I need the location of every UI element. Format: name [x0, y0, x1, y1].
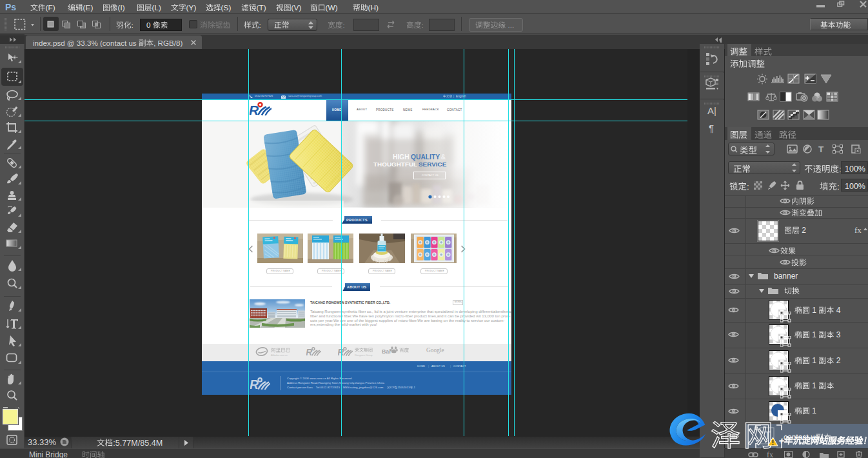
- svg-text:Contact person:Sara Tel:051: Contact person:Sara Tel:0512-82737615 MS…: [287, 386, 386, 389]
- svg-text:0: 0: [146, 21, 153, 30]
- svg-text:TAICANG RONGWEN SYNTHETIC FIBE: TAICANG RONGWEN SYNTHETIC FIBER CO.,LTD.: [310, 301, 391, 305]
- svg-text::: :: [747, 182, 749, 192]
- svg-text:100%: 100%: [845, 164, 865, 173]
- svg-text:PRODUCT NAME: PRODUCT NAME: [425, 270, 444, 272]
- svg-text:Ps: Ps: [5, 2, 16, 12]
- svg-text:-1: -1: [413, 386, 415, 389]
- svg-text:1: 1: [810, 330, 818, 339]
- svg-text:PRODUCT NAME: PRODUCT NAME: [271, 270, 290, 272]
- svg-text:Rongwen Group: Rongwen Group: [355, 353, 373, 356]
- svg-text:(E): (E): [83, 3, 94, 12]
- svg-text:sara.xu@rongwengroup.com: sara.xu@rongwengroup.com: [288, 94, 322, 97]
- svg-text:ABOUT: ABOUT: [357, 108, 368, 112]
- svg-text:1: 1: [810, 306, 818, 315]
- svg-text:(L): (L): [152, 3, 161, 12]
- svg-text:HOME: HOME: [332, 108, 341, 112]
- svg-text:R: R: [306, 347, 312, 356]
- svg-text:CONTACT US: CONTACT US: [422, 174, 439, 176]
- svg-text:(S): (S): [221, 3, 232, 12]
- svg-text:1: 1: [810, 356, 818, 365]
- svg-text:PRODUCT NAME: PRODUCT NAME: [322, 270, 341, 272]
- svg-text:33.33%: 33.33%: [28, 437, 57, 447]
- svg-text:(H): (H): [368, 3, 379, 12]
- svg-text:PRODUCTS: PRODUCTS: [376, 108, 393, 112]
- svg-text:(F): (F): [46, 3, 55, 12]
- svg-text:|: |: [453, 95, 454, 98]
- svg-text:ers,extending the wild-market: ers,extending the wild-market with you!: [310, 323, 377, 326]
- svg-text:MORE+: MORE+: [455, 301, 462, 304]
- svg-text:...: ...: [506, 21, 514, 30]
- svg-text:PRODUCTS: PRODUCTS: [346, 218, 368, 222]
- svg-text:|: |: [428, 365, 429, 368]
- svg-text:(I): (I): [118, 3, 125, 12]
- svg-text:4: 4: [834, 306, 840, 315]
- svg-text:Mini Bridge: Mini Bridge: [29, 450, 68, 458]
- svg-text:2: 2: [800, 226, 806, 235]
- svg-text::: :: [343, 21, 345, 30]
- svg-text:banner: banner: [774, 272, 798, 281]
- svg-text:HOME: HOME: [417, 365, 426, 368]
- svg-text:2: 2: [834, 356, 840, 365]
- svg-text:FEEDBACK: FEEDBACK: [422, 108, 439, 112]
- svg-text::5.77M/85.4M: :5.77M/85.4M: [113, 438, 163, 447]
- svg-text:index.psd @ 33.3% (contact us: index.psd @ 33.3% (contact us: [33, 38, 139, 46]
- svg-text:|: |: [450, 365, 451, 368]
- svg-text:PRODUCT NAME: PRODUCT NAME: [373, 270, 392, 272]
- svg-text:T: T: [818, 144, 824, 154]
- svg-text:Alibaba.com.cn: Alibaba.com.cn: [271, 354, 288, 357]
- svg-text:NEWS: NEWS: [403, 108, 412, 112]
- svg-text:1: 1: [810, 407, 816, 416]
- svg-text::: :: [259, 21, 261, 30]
- svg-text::: :: [837, 182, 840, 192]
- svg-text:Google: Google: [426, 347, 444, 353]
- svg-text:(T): (T): [257, 3, 266, 12]
- svg-text:Copyright © 2006 www.zone.cn A: Copyright © 2006 www.zone.cn All Rights …: [287, 377, 352, 380]
- svg-text:SERVICE: SERVICE: [419, 161, 447, 168]
- svg-text:R: R: [250, 378, 259, 390]
- svg-text:100%: 100%: [845, 181, 865, 190]
- svg-text:ABOUT US: ABOUT US: [431, 365, 445, 368]
- svg-text:3: 3: [834, 330, 840, 339]
- svg-text:(V): (V): [291, 3, 302, 12]
- svg-text:0512-82707626: 0512-82707626: [255, 94, 273, 97]
- svg-text:, RGB/8): , RGB/8): [153, 38, 182, 46]
- svg-text:+: +: [778, 435, 785, 445]
- svg-text:fx: fx: [854, 225, 862, 235]
- svg-text:ICP: ICP: [390, 386, 395, 389]
- svg-text:¶: ¶: [709, 123, 714, 134]
- svg-text::: :: [132, 21, 133, 30]
- svg-text:A|: A|: [707, 105, 716, 116]
- svg-text:CONTACT: CONTACT: [447, 108, 462, 112]
- svg-text:(Y): (Y): [186, 3, 197, 12]
- svg-text:11052013: 11052013: [397, 386, 410, 389]
- svg-text:(W): (W): [326, 3, 338, 12]
- svg-text::: :: [422, 21, 424, 30]
- svg-text:ABOUT US: ABOUT US: [347, 285, 367, 289]
- svg-text:THOUGHTFUL: THOUGHTFUL: [373, 161, 419, 168]
- svg-text:Address:Rongwen Road,Huangjing: Address:Rongwen Road,Huangjing Town,Taic…: [287, 381, 385, 384]
- svg-text:1: 1: [810, 381, 818, 390]
